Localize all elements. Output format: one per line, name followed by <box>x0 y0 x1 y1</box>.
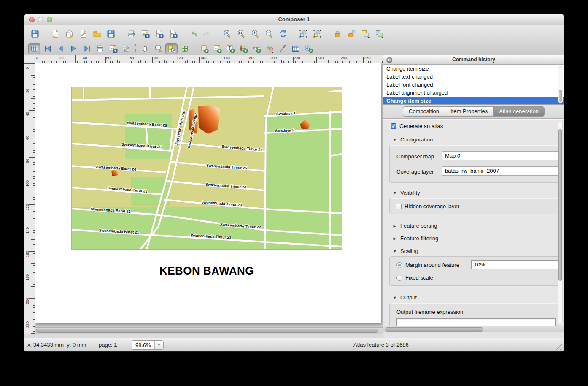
atlas-settings-button[interactable] <box>120 43 132 54</box>
tab-composition[interactable]: Composition <box>403 106 445 117</box>
export-pdf-button[interactable]: A <box>166 28 179 40</box>
divider <box>387 133 561 133</box>
composer-map-select[interactable]: Map 0 <box>442 151 561 160</box>
edit-nodes-button[interactable] <box>310 28 324 40</box>
lock-items-button[interactable] <box>331 28 344 40</box>
save-project-button[interactable] <box>28 28 41 40</box>
output-filename-input[interactable] <box>396 318 556 326</box>
select-move-item-button[interactable] <box>165 43 178 54</box>
map-preview: Swasembada BaratSwasembada TimurSwasemba… <box>72 87 342 249</box>
minimize-window-button[interactable] <box>38 17 43 22</box>
atlas-panel-scrollbar[interactable] <box>558 121 563 325</box>
print-atlas-button[interactable] <box>94 43 106 54</box>
toolbars: ★★✳A1:1 T</> <box>24 25 564 55</box>
section-feature-sorting[interactable]: ▶ Feature sorting <box>393 223 437 229</box>
section-output[interactable]: ▼ Output <box>393 294 417 301</box>
composition-page[interactable]: Swasembada BaratSwasembada TimurSwasemba… <box>35 63 381 323</box>
map-title-label[interactable]: KEBON BAWANG <box>72 264 342 277</box>
statusbar: x: 34.3433 mm y: 0 mm page: 1 98.6% ▼ At… <box>24 338 564 351</box>
add-map-button[interactable] <box>198 43 210 54</box>
export-atlas-button[interactable] <box>107 43 119 54</box>
add-legend-button[interactable] <box>237 43 249 54</box>
tab-atlas-generation[interactable]: Atlas generation <box>493 106 545 117</box>
add-label-button[interactable]: T <box>224 43 236 54</box>
section-feature-filtering[interactable]: ▶ Feature filtering <box>393 235 438 242</box>
add-arrow-button[interactable] <box>276 43 289 54</box>
atlas-panel-horizontal-scrollbar[interactable] <box>383 326 564 332</box>
atlas-preview-button[interactable] <box>28 43 40 54</box>
load-template-button[interactable] <box>90 28 103 40</box>
add-image-button[interactable] <box>211 43 223 54</box>
print-button[interactable] <box>124 28 138 40</box>
export-svg-button[interactable]: ✳ <box>152 28 165 40</box>
chevron-down-icon: ▼ <box>393 296 397 300</box>
raise-align-items-button[interactable] <box>372 28 386 40</box>
add-scalebar-button[interactable] <box>250 43 262 54</box>
zoom-level-combobox[interactable]: 98.6% ▼ <box>132 340 164 350</box>
command-history-scroll-thumb[interactable] <box>559 90 562 102</box>
canvas-hscroll-thumb[interactable] <box>36 329 378 333</box>
composition-canvas[interactable]: Swasembada BaratSwasembada TimurSwasemba… <box>35 63 383 327</box>
chevron-down-icon: ▼ <box>393 191 397 195</box>
tab-item-properties[interactable]: Item Properties <box>445 106 494 117</box>
zoom-out-button[interactable] <box>262 28 275 40</box>
history-item[interactable]: Label text changed <box>383 73 564 81</box>
section-visibility[interactable]: ▼ Visibility <box>393 190 420 196</box>
zoom-window-button[interactable] <box>47 17 52 22</box>
pan-button[interactable] <box>139 43 151 54</box>
first-feature-button[interactable] <box>41 43 54 54</box>
add-shape-button[interactable] <box>263 43 275 54</box>
window-title: Composer 1 <box>24 14 564 25</box>
history-item[interactable]: Change item size <box>383 97 564 105</box>
history-item[interactable]: Label alignment changed <box>383 89 564 97</box>
export-image-button[interactable] <box>138 28 151 40</box>
zoom-full-button[interactable] <box>221 28 234 40</box>
hidden-coverage-row: Hidden coverage layer <box>396 203 459 209</box>
atlas-panel-scroll-thumb[interactable] <box>558 129 562 281</box>
window-resize-grip[interactable] <box>556 344 562 350</box>
canvas-horizontal-scrollbar[interactable] <box>35 327 383 334</box>
zoom-region-button[interactable] <box>152 43 165 54</box>
undo-button[interactable] <box>186 28 200 40</box>
zoom-1-1-button[interactable]: 1:1 <box>235 28 248 40</box>
scaling-groupbox: Margin around feature 10% Fixed scale <box>389 256 560 286</box>
toolbar-separator <box>327 29 327 38</box>
next-feature-button[interactable] <box>67 43 80 54</box>
toolbar-atlas-items: T</> <box>24 42 564 55</box>
section-configuration[interactable]: ▼ Configuration <box>393 136 433 143</box>
zoom-dropdown-button[interactable]: ▼ <box>154 341 163 349</box>
save-template-button[interactable] <box>104 28 117 40</box>
add-html-button[interactable]: </> <box>302 43 315 54</box>
hidden-coverage-checkbox[interactable] <box>396 204 402 209</box>
coverage-layer-select[interactable]: batas_rw_banjir_2007 <box>442 166 561 176</box>
move-item-content-button[interactable] <box>178 43 191 54</box>
select-items-button[interactable] <box>297 28 310 40</box>
margin-value-input[interactable]: 10% <box>471 260 561 269</box>
refresh-view-button[interactable] <box>276 28 289 40</box>
duplicate-composer-button[interactable]: ★ <box>62 28 76 40</box>
previous-feature-button[interactable] <box>54 43 67 54</box>
zoom-in-button[interactable] <box>248 28 262 40</box>
command-history-scrollbar[interactable] <box>558 66 563 103</box>
toolbar-separator <box>135 44 136 53</box>
composer-manager-button[interactable] <box>76 28 89 40</box>
add-table-button[interactable] <box>289 43 302 54</box>
margin-around-feature-radio[interactable] <box>396 262 402 268</box>
unlock-items-button[interactable] <box>345 28 358 40</box>
hidden-coverage-label: Hidden coverage layer <box>405 203 459 209</box>
last-feature-button[interactable] <box>81 43 93 54</box>
svg-text:★: ★ <box>52 34 56 38</box>
close-icon[interactable]: ✕ <box>386 57 392 63</box>
fixed-scale-radio[interactable] <box>396 275 402 281</box>
history-item[interactable]: Change item size <box>383 65 564 73</box>
generate-atlas-checkbox[interactable] <box>391 123 396 129</box>
redo-button[interactable] <box>200 28 213 40</box>
section-scaling[interactable]: ▼ Scaling <box>393 248 418 254</box>
history-item[interactable]: Label font changed <box>383 81 564 89</box>
svg-text:</>: </> <box>306 47 310 50</box>
map-item[interactable]: Swasembada BaratSwasembada TimurSwasemba… <box>72 87 342 249</box>
atlas-panel-hscroll-thumb[interactable] <box>385 327 483 332</box>
new-composer-button[interactable]: ★ <box>49 28 62 40</box>
close-window-button[interactable] <box>29 17 35 22</box>
group-items-button[interactable] <box>359 28 372 40</box>
